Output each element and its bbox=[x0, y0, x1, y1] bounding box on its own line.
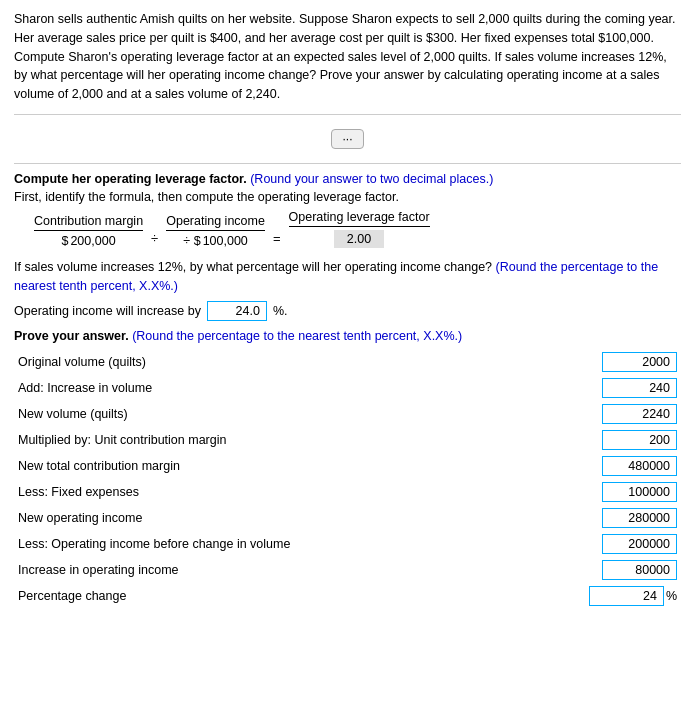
table-row: Less: Operating income before change in … bbox=[14, 531, 681, 557]
row-label: Less: Operating income before change in … bbox=[14, 531, 536, 557]
row-label: Multiplied by: Unit contribution margin bbox=[14, 427, 536, 453]
row-label: Increase in operating income bbox=[14, 557, 536, 583]
percent-unit: % bbox=[664, 589, 677, 603]
divider-2 bbox=[14, 163, 681, 164]
prove-table: Original volume (quilts)Add: Increase in… bbox=[14, 349, 681, 609]
table-row: Add: Increase in volume bbox=[14, 375, 681, 401]
prove-input-7[interactable] bbox=[602, 534, 677, 554]
prove-input-1[interactable] bbox=[602, 378, 677, 398]
contribution-margin-col: Contribution margin $ 200,000 bbox=[34, 214, 143, 248]
formula-container: Contribution margin $ 200,000 ÷ Operatin… bbox=[34, 210, 681, 248]
row-label: New total contribution margin bbox=[14, 453, 536, 479]
row-label: Add: Increase in volume bbox=[14, 375, 536, 401]
row-label: Percentage change bbox=[14, 583, 536, 609]
table-row: Multiplied by: Unit contribution margin bbox=[14, 427, 681, 453]
answer-suffix: %. bbox=[273, 304, 288, 318]
operator-equals: = bbox=[265, 231, 289, 246]
leverage-factor-value: 2.00 bbox=[334, 230, 384, 248]
collapse-button[interactable]: ··· bbox=[331, 129, 363, 149]
table-row: New total contribution margin bbox=[14, 453, 681, 479]
prove-input-0[interactable] bbox=[602, 352, 677, 372]
leverage-factor-col: Operating leverage factor 2.00 bbox=[289, 210, 430, 248]
row-label: Less: Fixed expenses bbox=[14, 479, 536, 505]
section1-label: Compute her operating leverage factor. (… bbox=[14, 172, 681, 186]
table-row: Increase in operating income bbox=[14, 557, 681, 583]
operating-income-change-input[interactable] bbox=[207, 301, 267, 321]
prove-input-3[interactable] bbox=[602, 430, 677, 450]
table-row: Less: Fixed expenses bbox=[14, 479, 681, 505]
table-row: New volume (quilts) bbox=[14, 401, 681, 427]
prove-input-9[interactable] bbox=[589, 586, 664, 606]
divider-1 bbox=[14, 114, 681, 115]
table-row: New operating income bbox=[14, 505, 681, 531]
table-row: Percentage change% bbox=[14, 583, 681, 609]
answer-line: Operating income will increase by %. bbox=[14, 301, 681, 321]
prove-input-4[interactable] bbox=[602, 456, 677, 476]
prove-input-8[interactable] bbox=[602, 560, 677, 580]
operating-income-col: Operating income ÷ $ 100,000 bbox=[166, 214, 265, 248]
prove-input-6[interactable] bbox=[602, 508, 677, 528]
operating-income-header: Operating income bbox=[166, 214, 265, 231]
answer-prefix: Operating income will increase by bbox=[14, 304, 201, 318]
contribution-margin-header: Contribution margin bbox=[34, 214, 143, 231]
row-label: New volume (quilts) bbox=[14, 401, 536, 427]
section2-question: If sales volume increases 12%, by what p… bbox=[14, 258, 681, 296]
contribution-margin-value: $ 200,000 bbox=[61, 234, 115, 248]
problem-text: Sharon sells authentic Amish quilts on h… bbox=[14, 10, 681, 104]
row-label: New operating income bbox=[14, 505, 536, 531]
row-label: Original volume (quilts) bbox=[14, 349, 536, 375]
operating-income-value: ÷ $ 100,000 bbox=[183, 234, 247, 248]
leverage-factor-header: Operating leverage factor bbox=[289, 210, 430, 227]
prove-input-2[interactable] bbox=[602, 404, 677, 424]
table-row: Original volume (quilts) bbox=[14, 349, 681, 375]
formula-label: First, identify the formula, then comput… bbox=[14, 190, 681, 204]
prove-input-5[interactable] bbox=[602, 482, 677, 502]
operator-divide: ÷ bbox=[143, 231, 166, 246]
prove-label: Prove your answer. (Round the percentage… bbox=[14, 329, 681, 343]
prove-section: Prove your answer. (Round the percentage… bbox=[14, 329, 681, 609]
